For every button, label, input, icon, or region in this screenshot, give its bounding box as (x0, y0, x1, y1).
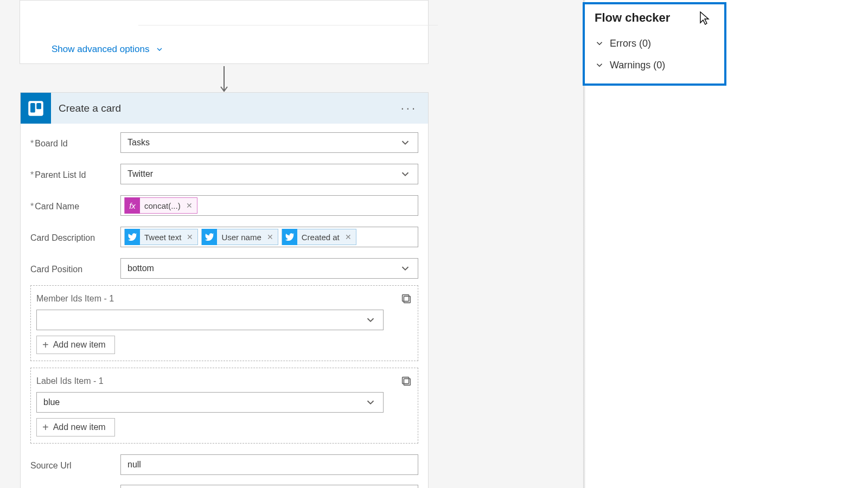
svg-rect-6 (404, 378, 410, 385)
board-id-value: Tasks (127, 138, 399, 147)
twitter-icon (202, 229, 217, 245)
field-parent-list-id: Parent List Id Twitter (30, 160, 418, 188)
dynamic-token-created-at[interactable]: Created at ✕ (282, 229, 356, 245)
label-ids-label: Label Ids Item - 1 (36, 376, 104, 386)
twitter-icon (282, 229, 297, 245)
previous-input-stub (138, 16, 438, 25)
source-file-input[interactable] (120, 485, 418, 488)
svg-rect-4 (404, 296, 410, 303)
action-header[interactable]: Create a card ··· (21, 93, 428, 124)
warnings-section[interactable]: Warnings (0) (595, 54, 714, 76)
action-body: Board Id Tasks Parent List Id Twitter (21, 124, 428, 488)
label-ids-select[interactable]: blue (36, 392, 384, 413)
label-ids-value: blue (43, 397, 365, 407)
errors-section[interactable]: Errors (0) (595, 33, 714, 54)
chevron-down-icon (365, 396, 376, 408)
member-ids-select[interactable] (36, 310, 384, 330)
svg-rect-2 (30, 103, 35, 113)
chevron-down-icon (399, 137, 411, 149)
advanced-options-label: Show advanced options (52, 44, 150, 55)
token-label: Created at (302, 233, 340, 242)
chevron-down-icon (155, 45, 164, 54)
add-label-item-button[interactable]: + Add new item (36, 418, 115, 436)
board-id-select[interactable]: Tasks (120, 132, 418, 153)
parent-list-value: Twitter (127, 169, 399, 179)
flow-checker-panel: Flow checker Errors (0) Warnings (0) (583, 2, 726, 86)
chevron-down-icon (399, 262, 411, 274)
dynamic-token-user-name[interactable]: User name ✕ (201, 229, 278, 245)
warnings-label: Warnings (0) (610, 60, 665, 71)
svg-rect-7 (403, 377, 409, 384)
card-position-value: bottom (127, 264, 399, 273)
fx-icon: fx (125, 197, 140, 214)
plus-icon: + (42, 422, 49, 433)
trello-icon (21, 93, 51, 124)
board-id-label: Board Id (30, 137, 120, 149)
add-member-item-button[interactable]: + Add new item (36, 336, 115, 354)
chevron-down-icon (365, 314, 376, 326)
switch-mode-icon[interactable] (400, 375, 412, 387)
remove-token-button[interactable]: ✕ (267, 233, 273, 241)
parent-list-label: Parent List Id (30, 168, 120, 180)
member-ids-group: Member Ids Item - 1 + Add new item (30, 285, 418, 361)
chevron-down-icon (399, 168, 411, 180)
action-menu-button[interactable]: ··· (398, 101, 420, 115)
plus-icon: + (42, 339, 49, 350)
flow-arrow-icon (220, 66, 228, 93)
member-ids-label: Member Ids Item - 1 (36, 294, 114, 304)
action-title: Create a card (59, 102, 398, 114)
source-url-input[interactable] (120, 454, 418, 475)
field-board-id: Board Id Tasks (30, 129, 418, 156)
trello-glyph-icon (28, 100, 44, 117)
svg-rect-3 (36, 103, 41, 109)
flow-checker-title: Flow checker (595, 11, 714, 25)
twitter-icon (125, 229, 140, 245)
remove-token-button[interactable]: ✕ (345, 233, 352, 241)
label-ids-group: Label Ids Item - 1 blue + Add new item (30, 368, 418, 444)
field-card-name: Card Name fx concat(...) ✕ (30, 192, 418, 219)
card-name-label: Card Name (30, 200, 120, 211)
fx-token-label: concat(...) (144, 201, 181, 210)
previous-step-card: Show advanced options (20, 0, 429, 64)
svg-rect-5 (403, 295, 409, 301)
parent-list-select[interactable]: Twitter (120, 164, 418, 184)
token-label: Tweet text (144, 233, 181, 242)
chevron-down-icon (595, 38, 604, 48)
card-desc-label: Card Description (30, 231, 120, 243)
remove-token-button[interactable]: ✕ (187, 233, 193, 241)
field-card-position: Card Position bottom (30, 255, 418, 282)
field-source-url: Source Url (30, 451, 418, 478)
dynamic-token-tweet-text[interactable]: Tweet text ✕ (124, 229, 198, 245)
switch-mode-icon[interactable] (400, 293, 412, 305)
source-url-label: Source Url (30, 459, 120, 471)
chevron-down-icon (595, 60, 604, 70)
field-source-file: Source File (30, 481, 418, 488)
card-position-label: Card Position (30, 262, 120, 274)
card-name-input[interactable]: fx concat(...) ✕ (120, 195, 418, 216)
show-advanced-options-link[interactable]: Show advanced options (52, 44, 164, 55)
expression-token[interactable]: fx concat(...) ✕ (124, 197, 197, 214)
add-member-label: Add new item (53, 340, 106, 350)
remove-token-button[interactable]: ✕ (186, 201, 193, 210)
flow-canvas: Show advanced options Create a card ··· (0, 0, 585, 488)
field-card-description: Card Description Tweet text ✕ User name … (30, 223, 418, 251)
token-label: User name (221, 233, 261, 242)
create-card-action: Create a card ··· Board Id Tasks Parent … (20, 92, 429, 488)
card-position-select[interactable]: bottom (120, 258, 418, 279)
card-desc-input[interactable]: Tweet text ✕ User name ✕ Created at ✕ (120, 227, 418, 247)
add-label-label: Add new item (53, 422, 106, 432)
errors-label: Errors (0) (610, 38, 651, 49)
